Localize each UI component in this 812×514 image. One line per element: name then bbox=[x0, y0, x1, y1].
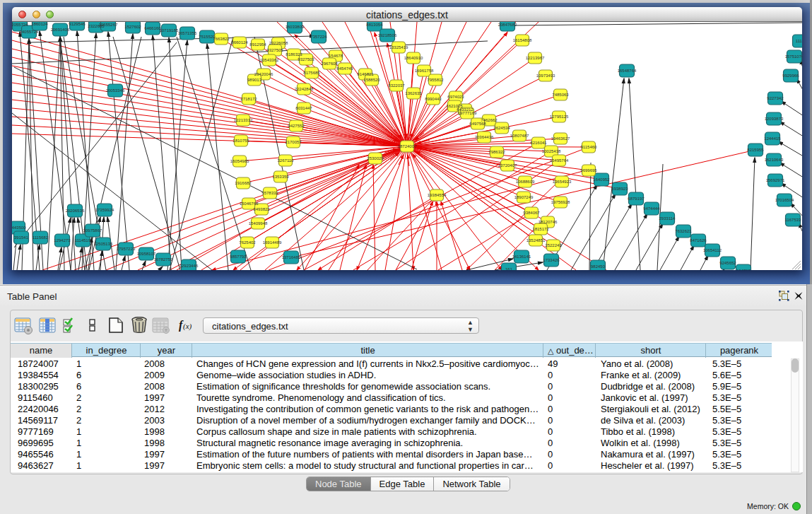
svg-text:3493822: 3493822 bbox=[253, 207, 270, 211]
svg-text:1916682: 1916682 bbox=[235, 181, 252, 185]
svg-text:154678: 154678 bbox=[329, 54, 343, 58]
svg-text:20364436: 20364436 bbox=[475, 135, 494, 139]
svg-text:8322037: 8322037 bbox=[388, 83, 405, 88]
svg-text:(x): (x) bbox=[183, 322, 192, 331]
svg-text:7357224: 7357224 bbox=[310, 35, 327, 39]
svg-text:13325419: 13325419 bbox=[389, 45, 408, 49]
svg-text:13524851: 13524851 bbox=[526, 238, 546, 243]
svg-text:20053346: 20053346 bbox=[106, 88, 125, 93]
svg-text:9857791: 9857791 bbox=[230, 255, 247, 259]
svg-text:1114519: 1114519 bbox=[75, 238, 91, 243]
svg-text:12093873: 12093873 bbox=[765, 117, 784, 121]
svg-text:16548764: 16548764 bbox=[618, 69, 637, 73]
svg-text:9327505: 9327505 bbox=[266, 48, 283, 52]
svg-text:2530029: 2530029 bbox=[367, 156, 384, 160]
svg-text:15692971: 15692971 bbox=[766, 178, 785, 182]
svg-text:6879197: 6879197 bbox=[628, 197, 645, 201]
svg-text:12923446: 12923446 bbox=[180, 264, 199, 268]
svg-text:20691406: 20691406 bbox=[51, 28, 70, 32]
svg-text:8186323: 8186323 bbox=[286, 52, 302, 57]
svg-text:19384554: 19384554 bbox=[428, 193, 447, 197]
svg-text:1527602: 1527602 bbox=[124, 25, 141, 29]
svg-text:1244415: 1244415 bbox=[764, 136, 781, 141]
svg-text:8215955: 8215955 bbox=[747, 148, 764, 152]
svg-text:10688609: 10688609 bbox=[516, 180, 535, 184]
svg-text:12213312: 12213312 bbox=[234, 118, 253, 122]
svg-text:1588520: 1588520 bbox=[363, 78, 380, 82]
svg-text:8912954: 8912954 bbox=[249, 42, 266, 47]
svg-text:5578332: 5578332 bbox=[261, 191, 278, 195]
svg-text:7986322: 7986322 bbox=[488, 150, 505, 154]
svg-text:2522243: 2522243 bbox=[545, 243, 562, 247]
svg-text:20206536: 20206536 bbox=[66, 209, 85, 213]
svg-text:17016504: 17016504 bbox=[775, 198, 794, 202]
svg-text:5938923: 5938923 bbox=[611, 187, 628, 191]
svg-text:16914489: 16914489 bbox=[263, 240, 282, 245]
svg-text:10543362: 10543362 bbox=[260, 58, 279, 62]
svg-text:13720407: 13720407 bbox=[498, 163, 517, 168]
svg-text:30975867: 30975867 bbox=[83, 228, 102, 233]
svg-text:16782759: 16782759 bbox=[154, 257, 173, 262]
svg-text:8454749: 8454749 bbox=[336, 66, 353, 71]
svg-text:12505135: 12505135 bbox=[94, 242, 113, 246]
svg-text:982450: 982450 bbox=[591, 264, 606, 269]
svg-text:13654923: 13654923 bbox=[553, 180, 572, 184]
svg-text:7485063: 7485063 bbox=[552, 93, 569, 97]
svg-text:6974023: 6974023 bbox=[447, 95, 464, 99]
svg-text:19756928: 19756928 bbox=[551, 200, 570, 204]
svg-text:1362635: 1362635 bbox=[405, 91, 422, 95]
svg-text:8175685: 8175685 bbox=[303, 71, 320, 75]
svg-text:19777169: 19777169 bbox=[458, 111, 477, 115]
svg-text:16054985: 16054985 bbox=[230, 159, 249, 163]
svg-text:7632621: 7632621 bbox=[675, 229, 692, 233]
svg-text:1112: 1112 bbox=[796, 39, 802, 43]
svg-text:8471626: 8471626 bbox=[690, 238, 707, 243]
svg-text:10654112: 10654112 bbox=[703, 248, 722, 252]
svg-text:9245652: 9245652 bbox=[719, 261, 736, 265]
svg-text:8813054: 8813054 bbox=[366, 23, 383, 27]
svg-text:8031447: 8031447 bbox=[295, 106, 312, 110]
svg-text:161: 161 bbox=[505, 267, 513, 270]
svg-text:17957223: 17957223 bbox=[117, 247, 136, 251]
svg-text:9929966: 9929966 bbox=[782, 74, 799, 78]
svg-text:16033809: 16033809 bbox=[286, 25, 305, 29]
svg-text:10025438: 10025438 bbox=[542, 149, 561, 153]
svg-text:13716485: 13716485 bbox=[282, 255, 301, 259]
svg-text:8990443: 8990443 bbox=[425, 97, 442, 101]
svg-text:10807487: 10807487 bbox=[510, 134, 529, 138]
svg-text:14136141: 14136141 bbox=[512, 255, 531, 259]
svg-text:22242848: 22242848 bbox=[295, 87, 314, 91]
svg-text:1815172: 1815172 bbox=[532, 227, 549, 231]
svg-text:6497568: 6497568 bbox=[469, 122, 486, 126]
svg-text:9474444: 9474444 bbox=[643, 206, 660, 211]
svg-text:1810755: 1810755 bbox=[233, 139, 249, 143]
svg-text:23226058: 23226058 bbox=[269, 41, 288, 45]
svg-text:2967608: 2967608 bbox=[321, 62, 338, 66]
svg-text:12795125: 12795125 bbox=[550, 115, 569, 119]
svg-text:9427552: 9427552 bbox=[288, 124, 305, 128]
svg-text:2933114: 2933114 bbox=[659, 216, 676, 221]
svg-text:12213967: 12213967 bbox=[526, 56, 545, 60]
svg-text:9146821: 9146821 bbox=[357, 72, 374, 76]
svg-text:8660124: 8660124 bbox=[231, 40, 248, 45]
svg-text:1640952: 1640952 bbox=[593, 177, 610, 182]
svg-text:1294273: 1294273 bbox=[54, 238, 71, 243]
svg-text:18640910: 18640910 bbox=[404, 56, 423, 60]
svg-text:18120746: 18120746 bbox=[539, 220, 558, 224]
svg-text:1115682: 1115682 bbox=[33, 235, 49, 240]
svg-text:3267110: 3267110 bbox=[278, 158, 295, 163]
svg-text:1353359: 1353359 bbox=[272, 175, 289, 179]
svg-text:19218506: 19218506 bbox=[378, 33, 397, 37]
svg-text:2170057: 2170057 bbox=[285, 140, 302, 144]
svg-text:15495764: 15495764 bbox=[550, 158, 569, 163]
svg-text:391541: 391541 bbox=[14, 235, 29, 240]
svg-text:10655267: 10655267 bbox=[99, 23, 118, 27]
svg-text:104763: 104763 bbox=[736, 269, 751, 270]
svg-text:9115460: 9115460 bbox=[581, 145, 598, 149]
svg-text:2718172: 2718172 bbox=[240, 97, 257, 101]
svg-text:16154808: 16154808 bbox=[513, 38, 532, 42]
svg-text:18724007: 18724007 bbox=[398, 144, 417, 148]
svg-text:23420046: 23420046 bbox=[254, 72, 273, 76]
svg-text:16961758: 16961758 bbox=[415, 69, 434, 73]
svg-text:15751074: 15751074 bbox=[785, 54, 802, 59]
